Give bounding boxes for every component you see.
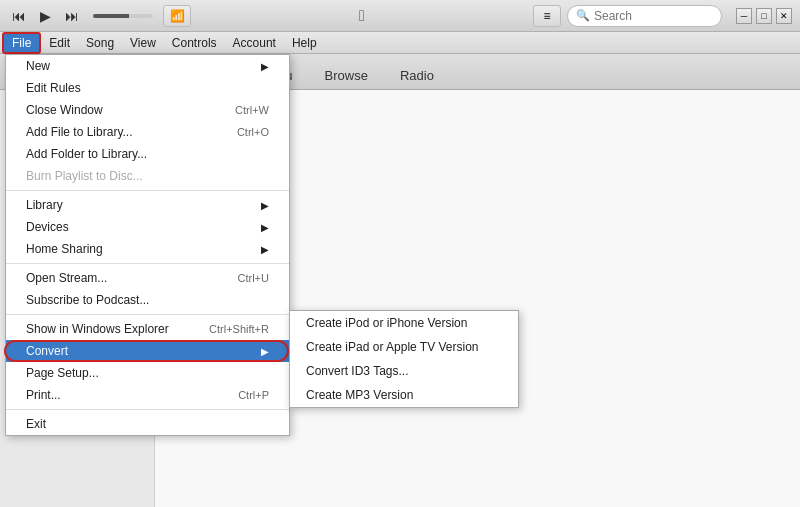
menu-devices[interactable]: Devices ▶ bbox=[6, 216, 289, 238]
list-view-button[interactable]: ≡ bbox=[533, 5, 561, 27]
file-dropdown-menu: New ▶ Edit Rules Close Window Ctrl+W Add… bbox=[5, 54, 290, 436]
shortcut-close-window: Ctrl+W bbox=[235, 104, 269, 116]
menu-burn-playlist: Burn Playlist to Disc... bbox=[6, 165, 289, 187]
window-controls: ─ □ ✕ bbox=[736, 8, 792, 24]
title-bar-left: ⏮ ▶ ⏭ 📶 bbox=[8, 5, 191, 27]
menu-page-setup[interactable]: Page Setup... bbox=[6, 362, 289, 384]
menu-item-controls[interactable]: Controls bbox=[164, 34, 225, 52]
menu-item-song[interactable]: Song bbox=[78, 34, 122, 52]
menu-subscribe-podcast[interactable]: Subscribe to Podcast... bbox=[6, 289, 289, 311]
submenu-create-mp3[interactable]: Create MP3 Version bbox=[290, 383, 518, 407]
separator-3 bbox=[6, 314, 289, 315]
menu-show-in-explorer[interactable]: Show in Windows Explorer Ctrl+Shift+R bbox=[6, 318, 289, 340]
arrow-right-icon-convert: ▶ bbox=[261, 346, 269, 357]
tab-browse[interactable]: Browse bbox=[309, 62, 384, 89]
search-input[interactable] bbox=[594, 9, 713, 23]
airport-icon: 📶 bbox=[170, 9, 185, 23]
apple-logo-icon:  bbox=[359, 7, 365, 25]
arrow-right-icon-library: ▶ bbox=[261, 200, 269, 211]
separator-1 bbox=[6, 190, 289, 191]
menu-item-view[interactable]: View bbox=[122, 34, 164, 52]
menu-edit-rules[interactable]: Edit Rules bbox=[6, 77, 289, 99]
menu-library[interactable]: Library ▶ bbox=[6, 194, 289, 216]
menu-convert[interactable]: Convert ▶ bbox=[6, 340, 289, 362]
menu-item-file[interactable]: File bbox=[2, 32, 41, 54]
airport-button[interactable]: 📶 bbox=[163, 5, 191, 27]
menu-add-file[interactable]: Add File to Library... Ctrl+O bbox=[6, 121, 289, 143]
volume-slider[interactable] bbox=[93, 14, 153, 18]
separator-4 bbox=[6, 409, 289, 410]
close-button[interactable]: ✕ bbox=[776, 8, 792, 24]
search-box[interactable]: 🔍 bbox=[567, 5, 722, 27]
title-bar-right: ≡ 🔍 ─ □ ✕ bbox=[533, 5, 792, 27]
maximize-button[interactable]: □ bbox=[756, 8, 772, 24]
submenu-convert-id3[interactable]: Convert ID3 Tags... bbox=[290, 359, 518, 383]
forward-button[interactable]: ⏭ bbox=[61, 6, 83, 26]
shortcut-print: Ctrl+P bbox=[238, 389, 269, 401]
submenu-ipod-iphone[interactable]: Create iPod or iPhone Version bbox=[290, 311, 518, 335]
list-icon: ≡ bbox=[543, 9, 550, 23]
tab-radio[interactable]: Radio bbox=[384, 62, 450, 89]
title-bar: ⏮ ▶ ⏭ 📶  ≡ 🔍 ─ □ ✕ bbox=[0, 0, 800, 32]
menu-bar: File Edit Song View Controls Account Hel… bbox=[0, 32, 800, 54]
menu-new[interactable]: New ▶ bbox=[6, 55, 289, 77]
title-bar-center:  bbox=[359, 7, 365, 25]
submenu-ipad-appletv[interactable]: Create iPad or Apple TV Version bbox=[290, 335, 518, 359]
shortcut-open-stream: Ctrl+U bbox=[238, 272, 269, 284]
menu-close-window[interactable]: Close Window Ctrl+W bbox=[6, 99, 289, 121]
menu-print[interactable]: Print... Ctrl+P bbox=[6, 384, 289, 406]
separator-2 bbox=[6, 263, 289, 264]
minimize-button[interactable]: ─ bbox=[736, 8, 752, 24]
arrow-right-icon: ▶ bbox=[261, 61, 269, 72]
convert-submenu: Create iPod or iPhone Version Create iPa… bbox=[289, 310, 519, 408]
shortcut-show-explorer: Ctrl+Shift+R bbox=[209, 323, 269, 335]
menu-exit[interactable]: Exit bbox=[6, 413, 289, 435]
menu-open-stream[interactable]: Open Stream... Ctrl+U bbox=[6, 267, 289, 289]
menu-add-folder[interactable]: Add Folder to Library... bbox=[6, 143, 289, 165]
arrow-right-icon-home-sharing: ▶ bbox=[261, 244, 269, 255]
menu-home-sharing[interactable]: Home Sharing ▶ bbox=[6, 238, 289, 260]
search-icon: 🔍 bbox=[576, 9, 590, 22]
rewind-button[interactable]: ⏮ bbox=[8, 6, 30, 26]
shortcut-add-file: Ctrl+O bbox=[237, 126, 269, 138]
menu-item-account[interactable]: Account bbox=[225, 34, 284, 52]
arrow-right-icon-devices: ▶ bbox=[261, 222, 269, 233]
menu-item-edit[interactable]: Edit bbox=[41, 34, 78, 52]
play-button[interactable]: ▶ bbox=[36, 6, 55, 26]
menu-item-help[interactable]: Help bbox=[284, 34, 325, 52]
